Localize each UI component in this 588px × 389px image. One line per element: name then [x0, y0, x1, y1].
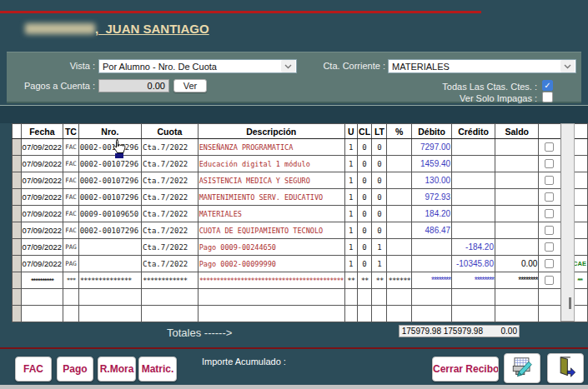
row-checkbox-cell: [539, 189, 560, 206]
cell-tc: FAC: [63, 222, 79, 239]
cell-fecha: [21, 289, 63, 306]
row-selector[interactable]: [13, 156, 22, 172]
ver-solo-impagas-checkbox[interactable]: [542, 92, 553, 102]
row-checkbox[interactable]: [545, 276, 554, 285]
account-statement-window: , JUAN SANTIAGO Vista : Por Alumno - Nro…: [0, 0, 588, 389]
row-selector[interactable]: [13, 222, 22, 239]
row-selector[interactable]: [13, 206, 22, 222]
cta-corriente-label: Cta. Corriente :: [282, 61, 385, 71]
cell-debito: [412, 289, 452, 306]
row-checkbox[interactable]: [545, 226, 554, 235]
cell-pct: ******: [387, 272, 412, 289]
cell-saldo: [495, 189, 538, 206]
cell-cuota: Cta.7/2022: [142, 222, 199, 239]
column-header-blank[interactable]: [13, 124, 22, 139]
row-selector[interactable]: [13, 239, 22, 256]
column-header-cl[interactable]: CL: [357, 124, 372, 139]
row-selector[interactable]: [13, 272, 22, 289]
cell-desc: Educación digital 1 módulo: [198, 156, 344, 172]
print-receipt-button[interactable]: [504, 353, 540, 383]
fac-button[interactable]: FAC: [15, 357, 52, 382]
cell-lt: 0: [372, 139, 387, 156]
cell-fecha: 07/09/2022: [21, 189, 63, 206]
column-header-blank[interactable]: [539, 124, 560, 139]
row-checkbox[interactable]: [545, 209, 554, 218]
cell-u: [344, 306, 357, 322]
grid-scrollbar[interactable]: [560, 123, 575, 322]
row-selector[interactable]: [13, 289, 22, 306]
table-row: 07/09/2022FAC0002-00107296Cta.7/2022CUOT…: [13, 222, 588, 239]
cell-pct: [387, 206, 412, 222]
column-header-u[interactable]: U: [344, 124, 357, 139]
grid-table: FechaTCNro.CuotaDescripciónUCLLT%DébitoC…: [12, 123, 588, 322]
cell-debito: ********: [412, 272, 452, 289]
redacted-surname: [25, 23, 95, 34]
row-checkbox-cell: [539, 139, 560, 156]
vista-dropdown[interactable]: Por Alumno - Nro. De Cuota: [98, 59, 297, 73]
cell-lt: 1: [372, 239, 387, 256]
grid-header-row: FechaTCNro.CuotaDescripciónUCLLT%DébitoC…: [13, 124, 588, 139]
cell-debito: [412, 256, 452, 272]
ver-button[interactable]: Ver: [173, 79, 207, 92]
column-header-lt[interactable]: LT: [372, 124, 387, 139]
cell-lt: 0: [372, 189, 387, 206]
cell-tc: FAC: [63, 172, 79, 189]
grid-scrollbar-thumb[interactable]: [569, 297, 571, 309]
cell-debito: [412, 239, 452, 256]
column-header-saldo[interactable]: Saldo: [495, 124, 538, 139]
row-checkbox-cell: [539, 256, 560, 272]
cell-cl: 0: [357, 172, 372, 189]
row-checkbox[interactable]: [545, 192, 554, 202]
row-checkbox[interactable]: [545, 176, 554, 185]
todas-ctas-checkbox[interactable]: ✓: [542, 80, 553, 91]
row-checkbox[interactable]: [545, 259, 554, 268]
cell-pct: [387, 139, 412, 156]
cell-saldo: [495, 206, 538, 222]
cell-u: 1: [344, 189, 357, 206]
cell-tc: FAC: [63, 189, 79, 206]
column-header-fecha[interactable]: Fecha: [21, 124, 63, 139]
cta-corriente-dropdown[interactable]: MATERIALES: [388, 59, 576, 73]
row-checkbox[interactable]: [545, 159, 554, 168]
column-header-desc[interactable]: Descripción: [198, 124, 344, 139]
cell-credito: [452, 189, 495, 206]
cerrar-recibo-button[interactable]: Cerrar Recibo: [432, 357, 499, 382]
footer-accent-line: [0, 347, 588, 349]
cell-desc: Pago 0002-00099990: [198, 256, 344, 272]
row-checkbox-cell: [539, 172, 560, 189]
exit-button[interactable]: [547, 353, 584, 383]
row-selector[interactable]: [13, 306, 22, 322]
cell-credito: -10345.80: [452, 256, 495, 272]
cell-lt: [372, 306, 387, 322]
table-row: [13, 306, 588, 322]
cell-cl: 0: [357, 156, 372, 172]
matric-button[interactable]: Matric.: [138, 357, 177, 382]
rmora-button[interactable]: R.Mora: [98, 357, 136, 382]
cell-u: [344, 289, 357, 306]
column-header-pct[interactable]: %: [387, 124, 412, 139]
cell-lt: 0: [372, 206, 387, 222]
pago-button[interactable]: Pago: [57, 357, 93, 382]
cell-u: 1: [344, 222, 357, 239]
row-checkbox[interactable]: [545, 142, 554, 152]
total-saldo: 0.00: [483, 326, 519, 337]
cell-pct: [387, 189, 412, 206]
window-bottom-edge: [0, 385, 588, 389]
column-header-credito[interactable]: Crédito: [452, 124, 495, 139]
column-header-cuota[interactable]: Cuota: [142, 124, 199, 139]
row-checkbox[interactable]: [545, 242, 554, 252]
cell-debito: 972.93: [412, 189, 452, 206]
column-header-nro[interactable]: Nro.: [78, 124, 141, 139]
column-header-debito[interactable]: Débito: [412, 124, 452, 139]
column-header-tc[interactable]: TC: [63, 124, 79, 139]
table-row: 07/09/2022FAC0009-00109650Cta.7/2022MATE…: [13, 206, 588, 222]
pagos-a-cuenta-input[interactable]: 0.00: [98, 79, 169, 92]
row-selector[interactable]: [13, 256, 22, 272]
row-selector[interactable]: [13, 172, 22, 189]
row-checkbox-cell: [539, 272, 560, 289]
cell-fecha: 07/09/2022: [21, 256, 63, 272]
row-selector[interactable]: [13, 189, 22, 206]
cell-u: 1: [344, 239, 357, 256]
table-row: ****************************************…: [13, 272, 588, 289]
row-selector[interactable]: [13, 139, 22, 156]
